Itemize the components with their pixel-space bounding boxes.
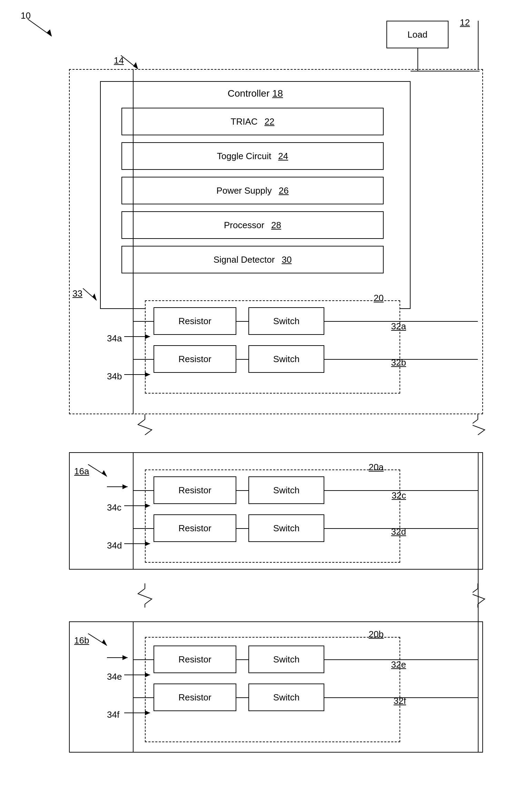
resistor-label-34b: Resistor [178, 354, 211, 365]
arrow-16b [88, 633, 116, 647]
label-12: 12 [460, 17, 470, 28]
hline-r-s-5 [236, 659, 249, 660]
svg-marker-25 [102, 639, 107, 646]
label-32e: 32e [391, 659, 406, 670]
svg-marker-5 [92, 293, 97, 300]
signal-detector-ref: 30 [282, 254, 292, 265]
processor-label: Processor [224, 220, 264, 231]
label-33: 33 [72, 288, 82, 299]
arrow-section-16b [107, 652, 135, 663]
resistor-label-34f: Resistor [178, 692, 211, 703]
load-label: Load [407, 29, 427, 40]
break-symbol-3 [128, 583, 162, 608]
power-supply-ref: 26 [279, 185, 289, 196]
switch-label-32a: Switch [273, 316, 300, 327]
switch-32d: Switch [248, 514, 324, 542]
triac-ref: 22 [265, 116, 275, 127]
switch-32f: Switch [248, 684, 324, 711]
resistor-label-34d: Resistor [178, 523, 211, 534]
arrow-section-16a [107, 482, 135, 492]
processor-box: Processor 28 [121, 211, 384, 239]
switch-label-32c: Switch [273, 485, 300, 496]
arrow-16a [88, 464, 116, 478]
load-box: Load [386, 21, 449, 48]
switch-label-32e: Switch [273, 654, 300, 665]
switch-label-32d: Switch [273, 523, 300, 534]
hline-34e-left [133, 659, 154, 660]
signal-detector-box: Signal Detector 30 [121, 246, 384, 273]
resistor-34c: Resistor [154, 476, 236, 504]
svg-marker-31 [122, 484, 128, 489]
triac-label: TRIAC [231, 116, 258, 127]
label-34b: 34b [107, 371, 122, 382]
break-symbol-1 [128, 414, 162, 435]
hline-32c-right [324, 490, 478, 491]
resistor-34a: Resistor [154, 307, 236, 335]
label-20b: 20b [369, 629, 384, 640]
toggle-box: Toggle Circuit 24 [121, 142, 384, 170]
label-32a: 32a [391, 321, 406, 332]
toggle-label: Toggle Circuit [217, 151, 272, 162]
label-34f: 34f [107, 709, 119, 720]
svg-marker-3 [133, 62, 138, 69]
resistor-label-34c: Resistor [178, 485, 211, 496]
hline-32b-right [324, 359, 478, 360]
switch-32b: Switch [248, 345, 324, 373]
vline-left-bus-3 [133, 621, 134, 753]
resistor-label-34a: Resistor [178, 316, 211, 327]
arrow-34d [124, 539, 155, 549]
svg-marker-17 [145, 503, 150, 508]
switch-32c: Switch [248, 476, 324, 504]
label-34d: 34d [107, 540, 122, 551]
svg-marker-27 [145, 672, 150, 677]
hline-34c-left [133, 490, 154, 491]
label-34c: 34c [107, 502, 121, 513]
hline-32e-right [324, 659, 478, 660]
switch-32a: Switch [248, 307, 324, 335]
toggle-ref: 24 [278, 151, 288, 162]
power-supply-box: Power Supply 26 [121, 177, 384, 204]
arrow-10 [28, 19, 62, 40]
arrow-34e [124, 670, 155, 680]
arrow-34a [124, 331, 155, 342]
switch-label-32f: Switch [273, 692, 300, 703]
hline-r-s-6 [236, 697, 249, 698]
hline-r-s-1 [236, 321, 249, 322]
hline-34d-left [133, 528, 154, 529]
resistor-34b: Resistor [154, 345, 236, 373]
power-supply-label: Power Supply [216, 185, 272, 196]
hline-34f-left [133, 697, 154, 698]
svg-marker-1 [47, 29, 52, 36]
hline-r-s-3 [236, 490, 249, 491]
label-20: 20 [374, 293, 384, 303]
resistor-label-34e: Resistor [178, 654, 211, 665]
vline-right-bus-2 [478, 452, 479, 753]
svg-marker-7 [145, 334, 150, 339]
vline-left-bus-2 [133, 452, 134, 570]
hline-r-s-2 [236, 359, 249, 360]
hline-32f-right [324, 697, 478, 698]
circuit-diagram: 10 12 Load 14 Controller 18 TRIAC 22 Tog… [0, 0, 532, 804]
resistor-34d: Resistor [154, 514, 236, 542]
label-20a: 20a [369, 462, 384, 473]
switch-32e: Switch [248, 646, 324, 673]
resistor-34f: Resistor [154, 684, 236, 711]
hline-r-s-4 [236, 528, 249, 529]
svg-marker-9 [145, 372, 150, 377]
vline-load-to-controller [417, 48, 418, 71]
label-34a: 34a [107, 333, 122, 344]
hline-top-connect [411, 71, 480, 71]
controller-box: Controller 18 TRIAC 22 Toggle Circuit 24… [100, 81, 411, 309]
hline-32d-right [324, 528, 478, 529]
signal-detector-label: Signal Detector [214, 254, 275, 265]
switch-label-32b: Switch [273, 354, 300, 365]
arrow-33 [83, 288, 104, 302]
svg-marker-15 [102, 470, 107, 476]
vline-left-bus-1 [133, 69, 134, 414]
controller-title: Controller 18 [101, 88, 410, 99]
hline-32a-right [324, 321, 478, 322]
break-symbol-2 [473, 414, 507, 435]
svg-marker-19 [145, 541, 150, 546]
triac-box: TRIAC 22 [121, 108, 384, 135]
arrow-34c [124, 501, 155, 511]
